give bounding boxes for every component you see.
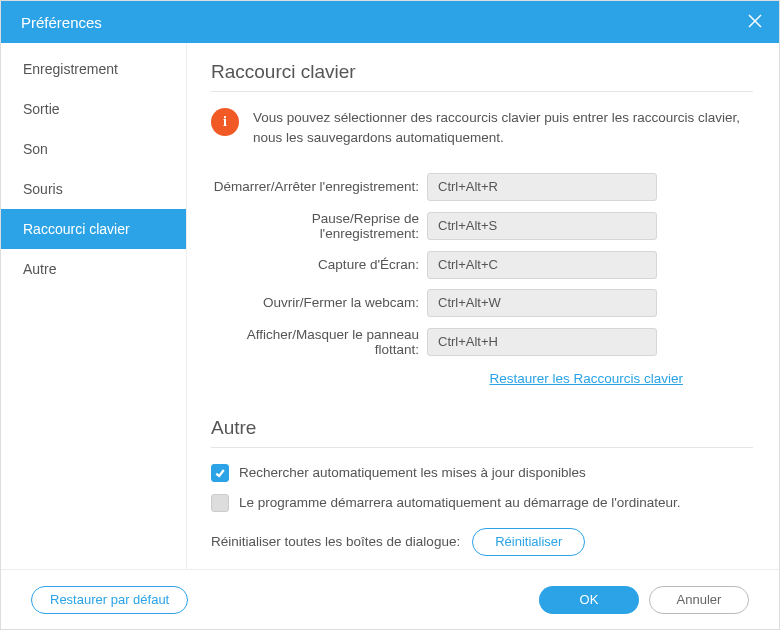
- shortcut-input-start-stop[interactable]: [427, 173, 657, 201]
- check-row-autostart: Le programme démarrera automatiquement a…: [211, 494, 753, 512]
- checkbox-auto-update[interactable]: [211, 464, 229, 482]
- shortcut-label: Ouvrir/Fermer la webcam:: [211, 295, 427, 310]
- info-icon: i: [211, 108, 239, 136]
- info-text: Vous pouvez sélectionner des raccourcis …: [253, 108, 753, 149]
- shortcut-row-webcam: Ouvrir/Fermer la webcam:: [211, 289, 753, 317]
- body: Enregistrement Sortie Son Souris Raccour…: [1, 43, 779, 569]
- shortcut-row-screenshot: Capture d'Écran:: [211, 251, 753, 279]
- restore-shortcuts-row: Restaurer les Raccourcis clavier: [211, 369, 753, 387]
- shortcut-input-pause-resume[interactable]: [427, 212, 657, 240]
- restore-default-button[interactable]: Restaurer par défaut: [31, 586, 188, 614]
- reset-dialogs-label: Réinitialiser toutes les boîtes de dialo…: [211, 534, 460, 549]
- footer: Restaurer par défaut OK Annuler: [1, 569, 779, 629]
- sidebar-item-raccourci-clavier[interactable]: Raccourci clavier: [1, 209, 186, 249]
- shortcut-row-start-stop: Démarrer/Arrêter l'enregistrement:: [211, 173, 753, 201]
- sidebar-item-label: Son: [23, 141, 48, 157]
- sidebar-item-sortie[interactable]: Sortie: [1, 89, 186, 129]
- checkbox-label: Le programme démarrera automatiquement a…: [239, 495, 681, 510]
- sidebar: Enregistrement Sortie Son Souris Raccour…: [1, 43, 187, 569]
- close-icon[interactable]: [747, 13, 763, 32]
- ok-button[interactable]: OK: [539, 586, 639, 614]
- sidebar-item-label: Enregistrement: [23, 61, 118, 77]
- sidebar-item-label: Sortie: [23, 101, 60, 117]
- sidebar-item-autre[interactable]: Autre: [1, 249, 186, 289]
- check-row-auto-update: Rechercher automatiquement les mises à j…: [211, 464, 753, 482]
- checkbox-autostart[interactable]: [211, 494, 229, 512]
- sidebar-item-souris[interactable]: Souris: [1, 169, 186, 209]
- shortcut-label: Capture d'Écran:: [211, 257, 427, 272]
- reset-dialogs-button[interactable]: Réinitialiser: [472, 528, 585, 556]
- shortcut-row-floating-panel: Afficher/Masquer le panneau flottant:: [211, 327, 753, 357]
- section-title-other: Autre: [211, 417, 753, 448]
- shortcut-input-webcam[interactable]: [427, 289, 657, 317]
- shortcut-row-pause-resume: Pause/Reprise de l'enregistrement:: [211, 211, 753, 241]
- cancel-button[interactable]: Annuler: [649, 586, 749, 614]
- shortcut-label: Démarrer/Arrêter l'enregistrement:: [211, 179, 427, 194]
- sidebar-item-label: Raccourci clavier: [23, 221, 130, 237]
- content-pane[interactable]: Raccourci clavier i Vous pouvez sélectio…: [187, 43, 779, 569]
- sidebar-item-label: Autre: [23, 261, 56, 277]
- window-title: Préférences: [21, 14, 102, 31]
- footer-right-buttons: OK Annuler: [539, 586, 749, 614]
- shortcut-label: Afficher/Masquer le panneau flottant:: [211, 327, 427, 357]
- checkbox-label: Rechercher automatiquement les mises à j…: [239, 465, 586, 480]
- sidebar-item-enregistrement[interactable]: Enregistrement: [1, 49, 186, 89]
- titlebar: Préférences: [1, 1, 779, 43]
- shortcut-input-floating-panel[interactable]: [427, 328, 657, 356]
- info-row: i Vous pouvez sélectionner des raccourci…: [211, 108, 753, 149]
- reset-dialogs-row: Réinitialiser toutes les boîtes de dialo…: [211, 528, 753, 556]
- shortcut-label: Pause/Reprise de l'enregistrement:: [211, 211, 427, 241]
- restore-shortcuts-link[interactable]: Restaurer les Raccourcis clavier: [489, 371, 683, 386]
- section-title-shortcut: Raccourci clavier: [211, 61, 753, 92]
- sidebar-item-son[interactable]: Son: [1, 129, 186, 169]
- sidebar-item-label: Souris: [23, 181, 63, 197]
- shortcut-input-screenshot[interactable]: [427, 251, 657, 279]
- preferences-window: Préférences Enregistrement Sortie Son So…: [0, 0, 780, 630]
